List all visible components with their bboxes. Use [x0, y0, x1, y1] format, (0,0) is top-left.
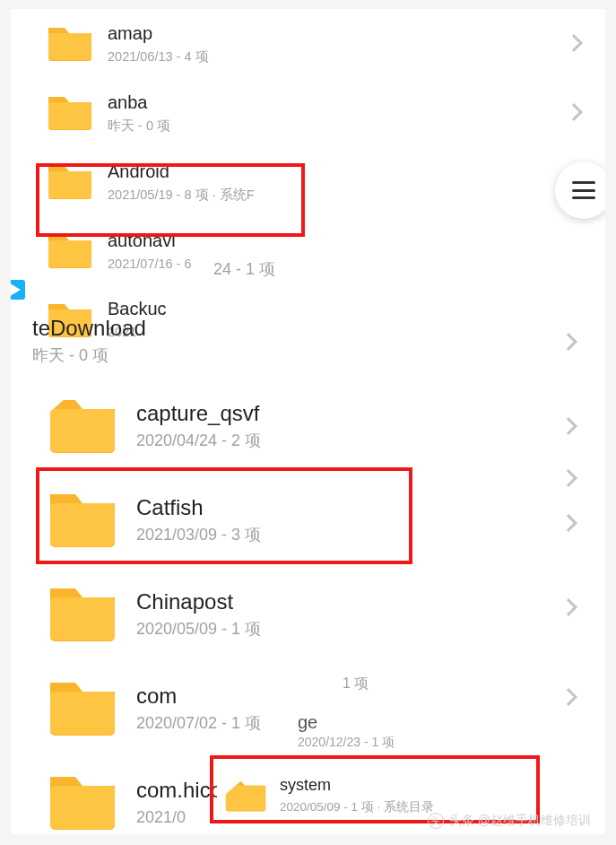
folder-icon [47, 395, 118, 456]
folder-icon [224, 777, 267, 813]
item-name: Chinapost [136, 588, 261, 615]
list-item[interactable]: teDownload 昨天 - 0 项 [47, 309, 146, 370]
item-name: amap [108, 22, 568, 45]
item-name: anba [108, 91, 568, 114]
svg-rect-10 [226, 786, 265, 811]
item-meta: 昨天 - 0 项 [108, 118, 568, 135]
item-name: Android [108, 160, 568, 183]
item-name: Backuc [108, 297, 589, 320]
item-meta: 2020/04/24 - 2 项 [136, 431, 261, 451]
item-name: teDownload [32, 314, 146, 342]
svg-rect-2 [48, 171, 91, 198]
item-meta: 2021/05/19 - 8 项 · 系统F [108, 187, 568, 204]
folder-icon [47, 162, 93, 200]
item-meta: 昨天 - 0 项 [32, 345, 146, 366]
chevron-right-icon [560, 688, 577, 706]
chevron-right-icon [560, 417, 577, 435]
folder-icon [47, 93, 93, 131]
item-meta: 2021/06/13 - 4 项 [108, 48, 568, 65]
list-item[interactable]: autonavi 2021/07/16 - 6 [11, 216, 605, 285]
folder-icon [47, 231, 93, 269]
list-item[interactable]: Catfish 2021/03/09 - 3 项 [47, 489, 261, 550]
chevron-right-icon [565, 35, 583, 53]
svg-rect-9 [50, 786, 115, 829]
list-item[interactable]: Android 2021/05/19 - 8 项 · 系统F [11, 147, 605, 216]
item-name: autonavi [108, 229, 589, 252]
source-icon: 头 [428, 813, 444, 829]
svg-rect-1 [48, 102, 91, 129]
item-meta: 2021/07/16 - 6 [108, 256, 589, 273]
item-meta: 2021 [108, 324, 589, 341]
list-item[interactable]: Chinapost 2020/05/09 - 1 项 [47, 583, 261, 644]
item-name: Catfish [136, 493, 261, 521]
overlay-fragment: 24 - 1 项 [213, 259, 275, 280]
item-meta: 2020/05/09 - 1 项 [136, 619, 261, 640]
svg-rect-8 [50, 692, 115, 735]
chevron-right-icon [560, 514, 577, 532]
list-item[interactable]: anba 昨天 - 0 项 [11, 78, 605, 147]
menu-button[interactable] [555, 161, 605, 219]
chevron-right-icon [560, 598, 577, 616]
chevron-right-icon [565, 103, 583, 121]
svg-rect-7 [50, 597, 115, 640]
item-name: capture_qsvf [136, 399, 261, 427]
list-item[interactable]: capture_qsvf 2020/04/24 - 2 项 [47, 395, 261, 456]
svg-rect-0 [48, 33, 91, 60]
svg-rect-5 [50, 409, 115, 452]
svg-rect-6 [50, 503, 115, 546]
item-name: system [280, 775, 524, 796]
item-meta: 2020/07/02 - 1 项 [136, 713, 261, 734]
item-meta: 2020/12/23 - 1 项 [298, 734, 395, 750]
hamburger-icon [572, 181, 595, 199]
overlay-fragment: ge 2020/12/23 - 1 项 [298, 710, 395, 750]
overlay-fragment: 1 项 [343, 675, 369, 693]
chevron-right-icon [560, 469, 577, 487]
folder-icon [11, 309, 14, 370]
folder-icon [47, 489, 118, 550]
folder-icon [47, 677, 118, 738]
svg-rect-3 [48, 240, 91, 267]
item-meta: 2021/03/09 - 3 项 [136, 525, 261, 545]
folder-icon [47, 24, 93, 62]
attribution: 头 头条 @赵维手机维修培训 [428, 813, 591, 829]
item-name: com [136, 682, 261, 710]
list-item[interactable]: com 2020/07/02 - 1 项 [47, 677, 261, 738]
list-item[interactable]: amap 2021/06/13 - 4 项 [11, 9, 605, 78]
folder-icon [47, 771, 118, 832]
folder-icon [47, 583, 118, 644]
item-name: ge [298, 710, 395, 734]
